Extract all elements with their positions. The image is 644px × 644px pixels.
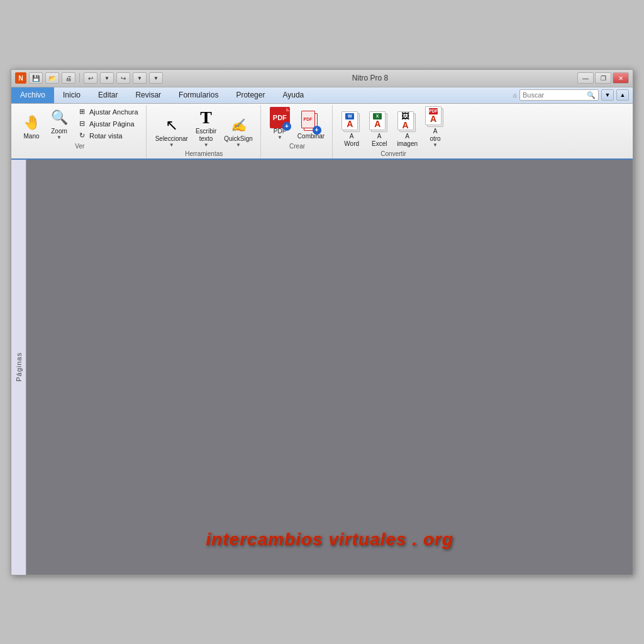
canvas-area: intercambios virtuales . org bbox=[26, 160, 633, 575]
btn-word[interactable]: W A AWord bbox=[339, 111, 364, 149]
app-icon: N bbox=[15, 72, 26, 84]
window-title: Nitro Pro 8 bbox=[163, 74, 577, 82]
pdf-icon: PDF + bbox=[270, 108, 290, 128]
btn-zoom[interactable]: 🔍 Zoom ▼ bbox=[47, 106, 72, 142]
menu-editar[interactable]: Editar bbox=[89, 87, 126, 103]
ver-items: 🤚 Mano 🔍 Zoom ▼ ⊞ Ajustar Anchura ⊟ bbox=[19, 106, 141, 142]
search-input[interactable] bbox=[523, 91, 586, 99]
watermark-text: intercambios virtuales . org bbox=[206, 530, 453, 550]
menubar: Archivo Inicio Editar Revisar Formulario… bbox=[11, 87, 633, 104]
pdf-arrow: ▼ bbox=[277, 135, 282, 140]
convertir-items: W A AWord bbox=[339, 106, 448, 149]
word-convert-icon: W A bbox=[341, 113, 362, 133]
menu-revisar[interactable]: Revisar bbox=[126, 87, 170, 103]
separator1 bbox=[79, 73, 80, 83]
btn-ajustar-pagina[interactable]: ⊟ Ajustar Página bbox=[74, 118, 141, 130]
quicksign-icon: ✍ bbox=[228, 115, 248, 135]
btn-combinar[interactable]: PDF + Combinar bbox=[295, 111, 327, 142]
convertir-label: Convertir bbox=[380, 150, 406, 157]
titlebar: N 💾 📂 🖨 ↩ ▼ ↪ ▼ ▼ Nitro Pro 8 — ❐ ✕ bbox=[11, 70, 633, 87]
crear-items: PDF + PDF ▼ bbox=[267, 106, 327, 142]
menu-archivo[interactable]: Archivo bbox=[11, 87, 54, 103]
ver-label: Ver bbox=[75, 143, 84, 150]
zoom-label: Zoom bbox=[51, 128, 67, 135]
imagen-label: Aimagen bbox=[397, 133, 418, 148]
ajustar-anchura-icon: ⊞ bbox=[77, 107, 87, 117]
menu-proteger[interactable]: Proteger bbox=[227, 87, 274, 103]
ver-small-group: ⊞ Ajustar Anchura ⊟ Ajustar Página ↻ Rot… bbox=[74, 106, 141, 142]
rotar-vista-icon: ↻ bbox=[77, 131, 87, 141]
mano-label: Mano bbox=[23, 133, 39, 140]
combinar-icon: PDF + bbox=[301, 113, 321, 133]
group-ver: 🤚 Mano 🔍 Zoom ▼ ⊞ Ajustar Anchura ⊟ bbox=[14, 105, 147, 158]
search-up-btn[interactable]: ▲ bbox=[616, 89, 629, 101]
print-btn[interactable]: 🖨 bbox=[62, 72, 75, 84]
select-icon: ↖ bbox=[162, 115, 182, 135]
redo-btn[interactable]: ↪ bbox=[116, 72, 130, 84]
zoom-arrow: ▼ bbox=[57, 135, 62, 140]
escribir-arrow: ▼ bbox=[204, 143, 209, 148]
otro-convert-icon: PDF A bbox=[425, 108, 445, 128]
sidebar: Páginas bbox=[11, 160, 26, 575]
menu-inicio[interactable]: Inicio bbox=[54, 87, 89, 103]
seleccionar-arrow: ▼ bbox=[169, 143, 174, 148]
group-crear: PDF + PDF ▼ bbox=[262, 105, 333, 158]
btn-pdf[interactable]: PDF + PDF ▼ bbox=[267, 106, 292, 142]
seleccionar-label: Seleccionar bbox=[155, 135, 188, 143]
btn-seleccionar[interactable]: ↖ Seleccionar ▼ bbox=[153, 114, 191, 149]
text-icon: T bbox=[196, 108, 216, 128]
hand-icon: 🤚 bbox=[21, 113, 42, 133]
btn-rotar-vista[interactable]: ↻ Rotar vista bbox=[74, 130, 141, 142]
ajustar-anchura-label: Ajustar Anchura bbox=[89, 108, 138, 116]
group-convertir: W A AWord bbox=[334, 105, 453, 158]
menu-formularios[interactable]: Formularios bbox=[170, 87, 227, 103]
herramientas-label: Herramientas bbox=[185, 150, 223, 157]
herramientas-items: ↖ Seleccionar ▼ T Escribirtexto ▼ ✍ Quic… bbox=[153, 106, 255, 149]
btn-excel[interactable]: X A AExcel bbox=[367, 111, 392, 149]
btn-quicksign[interactable]: ✍ QuickSign ▼ bbox=[221, 114, 255, 149]
crear-label: Crear bbox=[289, 143, 305, 150]
btn-imagen[interactable]: 🖼 A Aimagen bbox=[394, 111, 420, 149]
otro-arrow: ▼ bbox=[433, 143, 438, 148]
undo-btn[interactable]: ↩ bbox=[84, 72, 97, 84]
close-btn[interactable]: ✕ bbox=[613, 72, 629, 84]
minimize-btn[interactable]: — bbox=[577, 72, 594, 84]
excel-label: AExcel bbox=[372, 133, 387, 148]
group-herramientas: ↖ Seleccionar ▼ T Escribirtexto ▼ ✍ Quic… bbox=[148, 105, 261, 158]
main-area: Páginas intercambios virtuales . org bbox=[11, 160, 633, 575]
search-icon[interactable]: 🔍 bbox=[587, 91, 596, 99]
titlebar-left: N 💾 📂 🖨 ↩ ▼ ↪ ▼ ▼ bbox=[15, 72, 163, 84]
search-area: ⌂ 🔍 ▼ ▲ bbox=[513, 89, 633, 101]
btn-escribir[interactable]: T Escribirtexto ▼ bbox=[193, 106, 219, 149]
ribbon: 🤚 Mano 🔍 Zoom ▼ ⊞ Ajustar Anchura ⊟ bbox=[11, 104, 633, 160]
escribir-label: Escribirtexto bbox=[196, 128, 216, 143]
customize-btn[interactable]: ▼ bbox=[149, 72, 163, 84]
search-down-btn[interactable]: ▼ bbox=[601, 89, 614, 101]
zoom-icon: 🔍 bbox=[49, 108, 69, 128]
search-expand-icon: ⌂ bbox=[513, 92, 517, 99]
excel-convert-icon: X A bbox=[369, 113, 389, 133]
ajustar-pagina-icon: ⊟ bbox=[77, 119, 87, 129]
window-controls: — ❐ ✕ bbox=[577, 72, 629, 84]
ajustar-pagina-label: Ajustar Página bbox=[89, 120, 135, 128]
btn-ajustar-anchura[interactable]: ⊞ Ajustar Anchura bbox=[74, 106, 141, 118]
rotar-vista-label: Rotar vista bbox=[89, 132, 123, 140]
imagen-convert-icon: 🖼 A bbox=[397, 113, 418, 133]
redo-arrow[interactable]: ▼ bbox=[133, 72, 147, 84]
btn-otro[interactable]: PDF A Aotro ▼ bbox=[423, 106, 448, 149]
quicksign-arrow: ▼ bbox=[236, 143, 241, 148]
restore-btn[interactable]: ❐ bbox=[595, 72, 611, 84]
sidebar-label: Páginas bbox=[15, 352, 23, 382]
quicksign-label: QuickSign bbox=[224, 135, 253, 143]
word-label: AWord bbox=[344, 133, 359, 148]
undo-arrow[interactable]: ▼ bbox=[100, 72, 114, 84]
main-window: N 💾 📂 🖨 ↩ ▼ ↪ ▼ ▼ Nitro Pro 8 — ❐ ✕ Arch… bbox=[11, 69, 633, 575]
open-btn[interactable]: 📂 bbox=[45, 72, 59, 84]
btn-mano[interactable]: 🤚 Mano bbox=[19, 111, 44, 142]
save-btn[interactable]: 💾 bbox=[29, 72, 43, 84]
menu-ayuda[interactable]: Ayuda bbox=[274, 87, 313, 103]
search-box: 🔍 bbox=[519, 89, 599, 101]
otro-label: Aotro bbox=[430, 128, 440, 143]
